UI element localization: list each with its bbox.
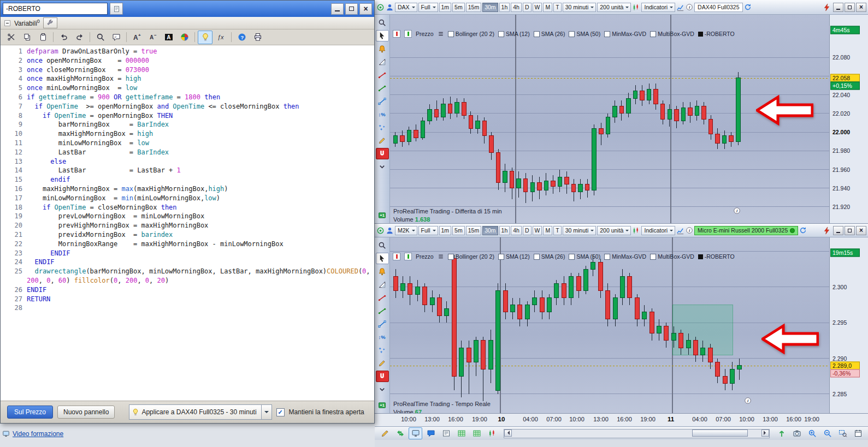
green-price-icon[interactable]	[404, 253, 412, 260]
variables-settings-button[interactable]	[43, 17, 57, 28]
collapse-icon[interactable]	[4, 20, 11, 27]
price-axis[interactable]: 2.3002.2952.2902.28519m15s2.289,0-0,36%	[829, 237, 868, 413]
chat-button[interactable]	[424, 427, 438, 439]
instrument-box[interactable]: DAX40 Full0325	[694, 3, 742, 12]
chart-pen-icon[interactable]	[676, 227, 684, 235]
mode-dropdown[interactable]: Full	[418, 3, 438, 12]
close-button[interactable]	[856, 3, 866, 12]
info-icon[interactable]	[686, 3, 693, 11]
indicator-toggle[interactable]: MinMax-GVD	[604, 31, 646, 37]
time-axis[interactable]: 10:0013:0016:0019:001004:0007:0010:0013:…	[375, 413, 868, 426]
minimize-button[interactable]	[833, 226, 843, 235]
indicator-toggle[interactable]: SMA (50)	[569, 253, 600, 260]
timeframe-button-T[interactable]: T	[553, 3, 561, 12]
indicator-toggle[interactable]: Bollinger (20 2)	[448, 31, 494, 37]
timeframe-button-15m[interactable]: 15m	[466, 3, 481, 12]
maximize-button[interactable]	[345, 3, 358, 15]
indicator-toggle[interactable]: MinMax-GVD	[604, 253, 646, 260]
paste-button[interactable]	[36, 31, 50, 44]
apply-dropdown-arrow[interactable]	[261, 405, 271, 419]
stars-tool[interactable]	[376, 122, 389, 133]
magnifier-button[interactable]	[93, 31, 108, 44]
zoom-in-button[interactable]	[805, 427, 819, 439]
timeframe-button-4h[interactable]: 4h	[511, 3, 522, 12]
indicator-name-input[interactable]: -ROBERTO	[3, 3, 108, 15]
timeframe-button-5m[interactable]: 5m	[452, 226, 465, 235]
highlight-button[interactable]	[161, 31, 176, 44]
timeframe-button-30m[interactable]: 30m	[482, 226, 498, 235]
scroll-left-button[interactable]	[504, 430, 512, 437]
info-icon[interactable]	[686, 227, 693, 234]
cursor-tool[interactable]	[376, 30, 389, 41]
minimize-button[interactable]	[331, 3, 344, 15]
mode-dropdown[interactable]: Full	[418, 226, 438, 235]
bulb-button[interactable]	[198, 31, 212, 44]
segment-tool[interactable]	[376, 318, 389, 330]
maximize-button[interactable]	[845, 3, 855, 12]
magnet-tool[interactable]	[376, 148, 389, 159]
units-dropdown[interactable]: 200 unità	[597, 3, 631, 12]
alert-plus-tool[interactable]	[376, 400, 389, 411]
timeframe-button-M[interactable]: M	[543, 3, 552, 12]
table-plus-button[interactable]	[470, 427, 483, 439]
alarm-tool[interactable]	[376, 266, 389, 277]
font-increase-button[interactable]	[129, 31, 144, 44]
minimize-button[interactable]	[833, 3, 843, 12]
rename-button[interactable]	[110, 3, 123, 15]
instrument-box[interactable]: Micro E-mini Russell 2000 Full0325	[694, 226, 798, 235]
timeframe-button-15m[interactable]: 15m	[466, 226, 481, 235]
stars-tool[interactable]	[376, 344, 389, 356]
alarm-tool[interactable]	[376, 43, 389, 55]
redo-button[interactable]	[72, 31, 87, 44]
red-price-icon[interactable]	[393, 253, 400, 260]
info-icon[interactable]	[744, 397, 752, 404]
refresh-icon[interactable]	[799, 227, 807, 234]
timeframe-button-T[interactable]: T	[553, 226, 561, 235]
zoom-out-button[interactable]	[820, 427, 834, 439]
timeframe-button-1m[interactable]: 1m	[439, 3, 452, 12]
monitor-button[interactable]	[409, 427, 422, 439]
help-button[interactable]	[234, 31, 249, 44]
keep-window-open-checkbox[interactable]	[276, 408, 285, 416]
printer-button[interactable]	[250, 31, 265, 44]
timeframe-button-1h[interactable]: 1h	[499, 226, 510, 235]
person-icon[interactable]	[386, 3, 394, 11]
timeframe-button-M[interactable]: M	[543, 226, 552, 235]
pencil-tool[interactable]	[376, 135, 389, 146]
magnet-tool[interactable]	[376, 371, 389, 382]
scrollbar-thumb[interactable]	[692, 430, 748, 437]
percent-tool[interactable]	[376, 109, 389, 120]
pencil-tool[interactable]	[376, 357, 389, 369]
indicator-toggle[interactable]: SMA (26)	[534, 253, 565, 260]
person-icon[interactable]	[386, 227, 394, 235]
percent-tool[interactable]	[376, 331, 389, 343]
share-button[interactable]	[393, 427, 407, 439]
news-button[interactable]	[439, 427, 453, 439]
custom-indicator-toggle[interactable]: -ROBERTO	[698, 31, 735, 37]
scroll-right-button[interactable]	[761, 430, 769, 437]
red-price-icon[interactable]	[393, 30, 400, 38]
price-axis[interactable]: 22.08022.04022.02022.00021.98021.96021.9…	[829, 15, 868, 223]
calendar-button[interactable]	[851, 427, 865, 439]
palette-button[interactable]	[177, 31, 192, 44]
trend-red-tool[interactable]	[376, 69, 389, 81]
candles-button[interactable]	[485, 427, 499, 439]
symbol-dropdown[interactable]: M2K	[395, 226, 417, 235]
list-icon[interactable]	[438, 31, 444, 37]
video-training-link[interactable]: Video formazione	[13, 430, 63, 438]
close-button[interactable]	[359, 3, 372, 15]
indicator-toggle[interactable]: SMA (50)	[569, 31, 600, 37]
variables-label[interactable]: Variabili0	[14, 19, 40, 27]
apply-target-dropdown[interactable]: Applicare a DAX40 Full0325 - 30 minuti	[129, 404, 271, 420]
timeframe-button-4h[interactable]: 4h	[511, 226, 522, 235]
indicator-toggle[interactable]: MultiBox-GVD	[650, 253, 694, 260]
timeframe-button-D[interactable]: D	[523, 226, 532, 235]
magnifier-tool[interactable]	[376, 17, 389, 28]
timeframe-button-W[interactable]: W	[533, 226, 542, 235]
target-icon[interactable]	[376, 227, 385, 235]
trend-red-tool[interactable]	[376, 292, 389, 303]
camera-button[interactable]	[790, 427, 804, 439]
setsquare-tool[interactable]	[376, 279, 389, 290]
target-icon[interactable]	[376, 3, 385, 11]
indicator-toggle[interactable]: SMA (12)	[498, 31, 530, 37]
